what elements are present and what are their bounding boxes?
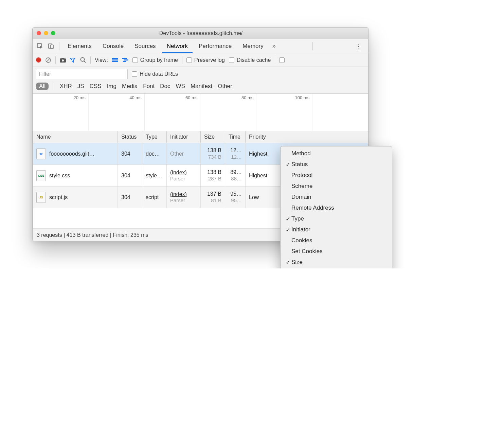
preserve-log-checkbox[interactable]: Preserve log — [186, 57, 225, 63]
window-title: DevTools - foooooooods.glitch.me/ — [55, 30, 346, 36]
ctx-item-initiator[interactable]: ✓Initiator — [281, 224, 392, 235]
settings-menu-icon[interactable]: ⋮ — [352, 42, 365, 50]
request-name: script.js — [49, 194, 68, 200]
ctx-item-domain[interactable]: Domain — [281, 192, 392, 203]
svg-line-4 — [47, 58, 50, 62]
filter-media[interactable]: Media — [122, 83, 138, 90]
ctx-item-cookies[interactable]: Cookies — [281, 235, 392, 246]
svg-rect-10 — [112, 58, 118, 59]
close-window-button[interactable] — [37, 31, 41, 35]
filter-ws[interactable]: WS — [176, 83, 185, 90]
large-rows-icon[interactable] — [112, 58, 118, 63]
filter-css[interactable]: CSS — [90, 83, 102, 90]
filter-js[interactable]: JS — [77, 83, 84, 90]
filter-input[interactable] — [36, 69, 128, 79]
filter-other[interactable]: Other — [218, 83, 232, 90]
col-type[interactable]: Type — [142, 131, 167, 143]
tab-memory[interactable]: Memory — [238, 39, 268, 53]
timeline-overview[interactable]: 20 ms 40 ms 60 ms 80 ms 100 ms — [33, 94, 368, 131]
svg-rect-13 — [122, 58, 127, 59]
inspect-element-icon[interactable] — [35, 41, 45, 51]
filter-manifest[interactable]: Manifest — [191, 83, 212, 90]
minimize-window-button[interactable] — [44, 31, 48, 35]
clear-button[interactable] — [45, 57, 51, 63]
col-priority[interactable]: Priority — [246, 131, 368, 143]
ctx-item-method[interactable]: Method — [281, 148, 392, 159]
svg-rect-14 — [124, 59, 128, 60]
ctx-item-size[interactable]: ✓Size — [281, 257, 392, 268]
tab-sources[interactable]: Sources — [130, 39, 160, 53]
maximize-window-button[interactable] — [51, 31, 55, 35]
titlebar: DevTools - foooooooods.glitch.me/ — [33, 28, 368, 39]
filter-font[interactable]: Font — [143, 83, 155, 90]
request-name: foooooooods.glit… — [49, 151, 94, 157]
filter-doc[interactable]: Doc — [160, 83, 170, 90]
ctx-item-protocol[interactable]: Protocol — [281, 170, 392, 181]
svg-line-9 — [84, 61, 86, 63]
svg-rect-15 — [123, 61, 126, 62]
ctx-item-remote-address[interactable]: Remote Address — [281, 203, 392, 213]
svg-point-8 — [81, 58, 85, 61]
svg-rect-6 — [61, 58, 64, 59]
svg-point-7 — [62, 59, 64, 61]
filter-all[interactable]: All — [36, 83, 49, 90]
waterfall-view-icon[interactable] — [122, 58, 128, 63]
col-status[interactable]: Status — [118, 131, 142, 143]
col-size[interactable]: Size — [201, 131, 225, 143]
filter-icon[interactable] — [70, 57, 76, 63]
col-time[interactable]: Time — [225, 131, 246, 143]
svg-rect-12 — [112, 61, 118, 62]
type-filters: All XHR JS CSS Img Media Font Doc WS Man… — [33, 81, 368, 94]
tab-performance[interactable]: Performance — [194, 39, 236, 53]
ctx-item-type[interactable]: ✓Type — [281, 213, 392, 224]
ctx-item-status[interactable]: ✓Status — [281, 159, 392, 170]
device-toggle-icon[interactable] — [46, 41, 56, 51]
filter-img[interactable]: Img — [107, 83, 116, 90]
capture-screenshot-icon[interactable] — [60, 58, 66, 63]
svg-rect-2 — [51, 45, 53, 49]
traffic-lights — [37, 31, 55, 35]
request-name: style.css — [49, 173, 70, 179]
network-toolbar: View: Group by frame Preserve log Disabl… — [33, 53, 368, 67]
svg-rect-11 — [112, 59, 118, 60]
col-initiator[interactable]: Initiator — [167, 131, 201, 143]
group-by-frame-checkbox[interactable]: Group by frame — [132, 57, 178, 63]
ctx-item-scheme[interactable]: Scheme — [281, 181, 392, 192]
search-icon[interactable] — [80, 57, 86, 63]
view-label: View: — [95, 57, 108, 63]
filter-row: Hide data URLs — [33, 67, 368, 81]
tab-network[interactable]: Network — [162, 39, 193, 53]
col-name[interactable]: Name — [33, 131, 118, 143]
tab-console[interactable]: Console — [98, 39, 128, 53]
offline-checkbox[interactable] — [279, 57, 285, 63]
hide-data-urls-checkbox[interactable]: Hide data URLs — [132, 71, 178, 77]
tab-elements[interactable]: Elements — [63, 39, 96, 53]
panel-tabs: Elements Console Sources Network Perform… — [33, 39, 368, 53]
tabs-overflow-icon[interactable]: » — [272, 42, 276, 50]
disable-cache-checkbox[interactable]: Disable cache — [229, 57, 271, 63]
filter-xhr[interactable]: XHR — [60, 83, 72, 90]
record-button[interactable] — [36, 57, 41, 63]
ctx-item-set-cookies[interactable]: Set Cookies — [281, 246, 392, 257]
ctx-item-time[interactable]: ✓Time — [281, 268, 392, 268]
column-context-menu: Method✓StatusProtocolSchemeDomainRemote … — [280, 146, 392, 268]
